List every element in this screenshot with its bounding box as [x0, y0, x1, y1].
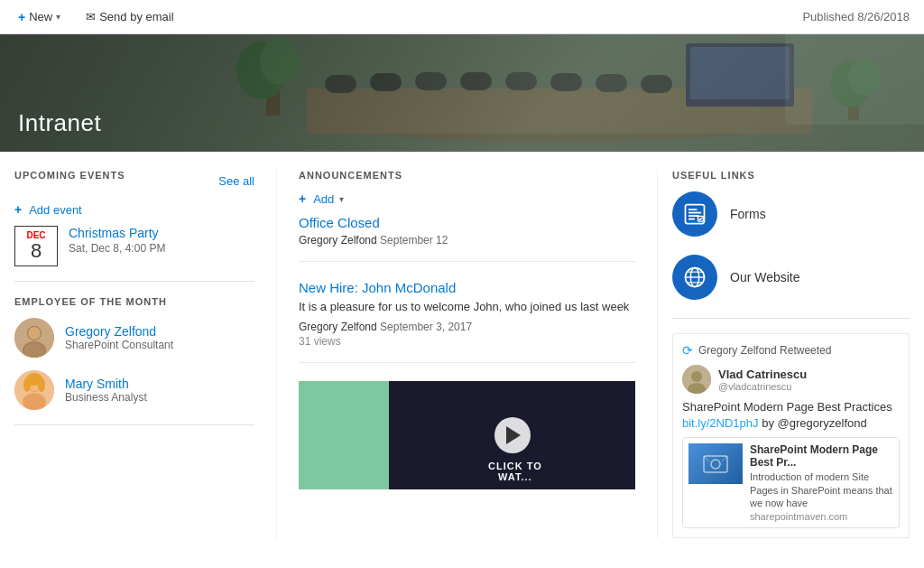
play-triangle-icon: [506, 426, 521, 444]
employee-section-title: EMPLOYEE OF THE MONTH: [14, 296, 254, 307]
add-announcement-button[interactable]: + Add ▾: [299, 191, 344, 206]
announcement-item-1: New Hire: John McDonald It is a pleasure…: [299, 280, 635, 363]
published-status: Published 8/26/2018: [802, 10, 910, 23]
svg-point-15: [260, 38, 300, 85]
tweet-user-info: Vlad Catrinescu @vladcatrinescu: [718, 368, 807, 392]
svg-rect-34: [688, 212, 701, 214]
svg-point-47: [711, 460, 720, 469]
svg-point-30: [23, 377, 31, 392]
send-email-button[interactable]: ✉ Send by email: [82, 8, 177, 25]
globe-svg: [682, 265, 707, 290]
divider-2: [14, 424, 254, 425]
event-day: 8: [15, 240, 57, 262]
divider-1: [14, 281, 254, 282]
ann-author-0: Gregory Zelfond: [299, 234, 377, 247]
avatar-mary: [14, 370, 54, 410]
new-label: New: [29, 10, 52, 23]
add-event-button[interactable]: + Add event: [14, 202, 82, 217]
tweet-card-img-icon: [702, 451, 729, 478]
svg-point-44: [691, 371, 702, 382]
retweeted-by: Gregory Zelfond Retweeted: [698, 344, 831, 357]
event-name[interactable]: Christmas Party: [69, 226, 165, 240]
new-button[interactable]: + New ▾: [14, 8, 64, 26]
toolbar-left: + New ▾ ✉ Send by email: [14, 8, 178, 26]
svg-rect-33: [688, 209, 697, 210]
svg-point-23: [28, 327, 41, 340]
hero-banner: Intranet: [0, 34, 924, 152]
video-caption: CLICK TOWAT...: [488, 461, 542, 482]
employee-item-mary: Mary Smith Business Analyst: [14, 370, 254, 410]
tweet-card[interactable]: SharePoint Modern Page Best Pr... Introd…: [682, 437, 900, 528]
ann-body-1: It is a pleasure for us to welcome John,…: [299, 299, 635, 315]
ann-author-1: Gregory Zelfond: [299, 321, 377, 333]
svg-rect-19: [785, 34, 924, 125]
svg-rect-35: [688, 215, 699, 217]
avatar-gregory: [14, 318, 54, 358]
svg-line-48: [704, 456, 709, 461]
employee-item-gregory: Gregory Zelfond SharePoint Consultant: [14, 318, 254, 358]
forms-svg: [682, 201, 707, 227]
event-time: Sat, Dec 8, 4:00 PM: [69, 242, 165, 255]
announcement-item-0: Office Closed Gregory Zelfond September …: [299, 215, 635, 262]
hero-image-decoration: [0, 34, 924, 152]
ann-meta-0: Gregory Zelfond September 12: [299, 234, 635, 247]
emp-name-gregory[interactable]: Gregory Zelfond: [65, 324, 173, 339]
retweet-header: ⟳ Gregory Zelfond Retweeted: [682, 343, 900, 358]
ann-title-0[interactable]: Office Closed: [299, 215, 635, 230]
tweet-link[interactable]: bit.ly/2ND1phJ: [682, 416, 759, 430]
emp-details-mary: Mary Smith Business Analyst: [65, 377, 147, 404]
tweet-card-body: SharePoint Modern Page Best Pr... Introd…: [750, 443, 893, 522]
emp-title-mary: Business Analyst: [65, 391, 147, 404]
tweet-card-domain: sharepointmaven.com: [750, 511, 893, 522]
svg-point-31: [38, 377, 45, 392]
svg-rect-9: [596, 74, 627, 92]
tweet-avatar: [682, 365, 711, 394]
video-player[interactable]: CLICK TOWAT...: [389, 381, 635, 489]
svg-rect-12: [690, 47, 790, 99]
hero-title: Intranet: [0, 95, 119, 152]
ann-date-text-1: September 3, 2017: [380, 321, 472, 333]
add-event-icon: +: [14, 202, 22, 217]
email-icon: ✉: [86, 10, 96, 23]
globe-icon: [672, 255, 717, 300]
middle-column: ANNOUNCEMENTS + Add ▾ Office Closed Greg…: [276, 170, 657, 538]
emp-details-gregory: Gregory Zelfond SharePoint Consultant: [65, 324, 173, 351]
tweet-card-img: [688, 443, 743, 484]
tweet-section: ⟳ Gregory Zelfond Retweeted Vlad Catrine…: [672, 333, 910, 538]
svg-rect-10: [641, 75, 672, 93]
add-event-label: Add event: [29, 203, 82, 217]
ann-title-1[interactable]: New Hire: John McDonald: [299, 280, 635, 295]
useful-links-title: USEFUL LINKS: [672, 170, 910, 181]
tweet-username: Vlad Catrinescu: [718, 368, 807, 381]
chevron-down-icon: ▾: [56, 12, 60, 22]
see-all-link[interactable]: See all: [218, 174, 254, 188]
play-button[interactable]: [494, 417, 531, 453]
tweet-card-desc: Introduction of modern Site Pages in Sha…: [750, 470, 893, 509]
announcements-title: ANNOUNCEMENTS: [299, 170, 635, 181]
svg-rect-4: [370, 73, 402, 91]
tweet-avatar-svg: [682, 365, 711, 394]
left-column: UPCOMING EVENTS See all + Add event DEC …: [14, 170, 276, 538]
tweet-text: SharePoint Modern Page Best Practices bi…: [682, 399, 900, 432]
event-date-box: DEC 8: [14, 226, 58, 266]
send-email-label: Send by email: [99, 10, 173, 23]
svg-rect-3: [325, 75, 356, 93]
emp-name-mary[interactable]: Mary Smith: [65, 377, 147, 391]
svg-rect-6: [460, 72, 492, 90]
tweet-user-row: Vlad Catrinescu @vladcatrinescu: [682, 365, 900, 394]
video-area: CLICK TOWAT...: [299, 381, 635, 489]
svg-rect-8: [550, 73, 582, 91]
useful-link-forms[interactable]: Forms: [672, 191, 910, 237]
emp-title-gregory: SharePoint Consultant: [65, 339, 173, 351]
useful-link-website[interactable]: Our Website: [672, 255, 910, 300]
tweet-by: by @gregoryzelfond: [762, 416, 867, 430]
event-info: Christmas Party Sat, Dec 8, 4:00 PM: [69, 226, 165, 255]
add-announcement-chevron: ▾: [339, 194, 344, 204]
svg-rect-5: [415, 72, 447, 90]
ann-date-text-0: September 12: [380, 234, 448, 247]
retweet-icon: ⟳: [682, 343, 693, 358]
right-column: USEFUL LINKS Forms: [657, 170, 910, 538]
svg-rect-32: [686, 205, 705, 224]
tweet-card-title: SharePoint Modern Page Best Pr...: [750, 443, 893, 469]
event-item: DEC 8 Christmas Party Sat, Dec 8, 4:00 P…: [14, 226, 254, 266]
